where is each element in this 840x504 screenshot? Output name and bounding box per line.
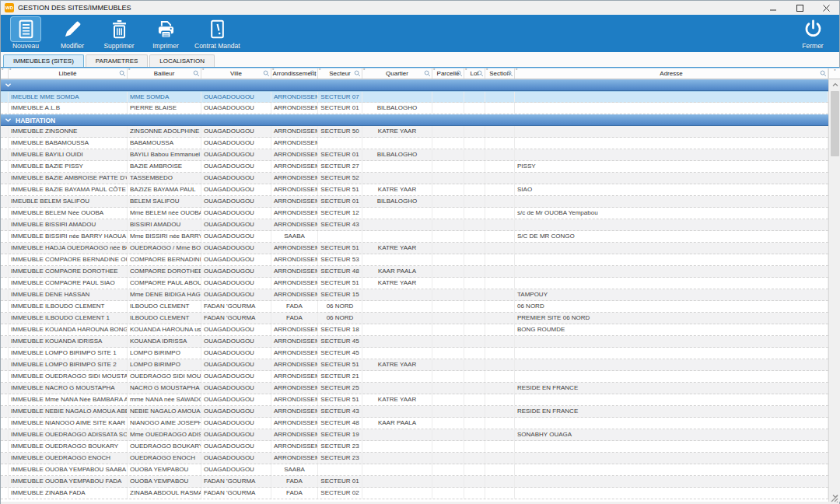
table-cell: BELEM SALIFOU (128, 196, 201, 207)
vertical-scrollbar[interactable]: * (828, 68, 840, 502)
table-row[interactable]: IMMEUBLE ZINSONNEZINSONNE ADOLPHINEOUAGA… (1, 126, 828, 138)
table-row[interactable]: IMMEUBLE KOUANDA IDRISSAKOUANDA IDRISSAO… (1, 336, 828, 348)
chevron-down-icon[interactable] (5, 82, 12, 89)
table-row[interactable]: IMMEUBLE COMPAORE DOROTHEECOMPAORE DOROT… (1, 266, 828, 278)
window-controls (760, 1, 839, 15)
table-cell: OUAGADOUGOU (201, 126, 271, 137)
table-cell (1, 348, 9, 359)
column-header-ville[interactable]: *Ville (201, 68, 271, 79)
table-row[interactable]: IMMEUBLE COMPAORE BERNADINE OUAGA 2000CO… (1, 254, 828, 266)
table-row[interactable]: IMMEUBLE BAZIE BAYAMA PAUL CÔTE DISPATCH… (1, 184, 828, 196)
table-cell (464, 488, 485, 499)
table-row[interactable]: IMMEUBLE A.L.BPIERRE BLAISEOUAGADOUGOUAR… (1, 103, 828, 114)
table-cell: OUAGADOUGOU (201, 208, 271, 219)
table-row[interactable]: IMMEUBLE OUOBA YEMPABOU SAABAOUOBA YEMPA… (1, 464, 828, 476)
table-row[interactable]: IMMEUBLE BAZIE AMBROISE PATTE D'OIETASSE… (1, 173, 828, 184)
table-row[interactable]: IMMEUBLE LOMPO BIRIMPO SITE 2LOMPO BIRIM… (1, 359, 828, 371)
table-row[interactable]: IMMEUBLE OUEDRAOGO ADISSATA SOMGANDEMme … (1, 429, 828, 441)
fermer-button[interactable]: Fermer (793, 16, 833, 51)
table-row[interactable]: IMMEUBLE NACRO G MOUSTAPHANACRO G MOUSTA… (1, 383, 828, 394)
toolbar-button-imprimer[interactable]: Imprimer (145, 16, 186, 51)
filter-icon[interactable] (506, 70, 513, 79)
table-row[interactable]: IMEUBLE BELEM SALIFOUBELEM SALIFOUOUAGAD… (1, 196, 828, 208)
filter-icon[interactable] (119, 70, 126, 79)
buildings-grid: **Libellé*Bailleur*Ville*Arrondissement*… (1, 68, 840, 502)
table-cell: FADAN 'GOURMA (201, 313, 271, 324)
table-row[interactable]: IMMEUBLE ZINABA FADAZINABA ABDOUL RASMAN… (1, 488, 828, 499)
filter-icon[interactable] (456, 70, 463, 79)
column-header-quartier[interactable]: *Quartier (362, 68, 432, 79)
table-cell: SECTEUR 45 (318, 336, 362, 347)
column-header-section[interactable]: *Section (485, 68, 515, 79)
table-row[interactable]: IMMEUBLE OUEDRAOGO ENOCHOUEDRAOGO ENOCHO… (1, 453, 828, 464)
table-row[interactable]: IMMEUBLE ILBOUDO CLEMENTILBOUDO CLEMENTF… (1, 301, 828, 313)
filter-icon[interactable] (820, 70, 827, 79)
scrollbar-thumb[interactable] (831, 91, 839, 156)
table-row[interactable]: IMMEUBLE LOMPO BIRIMPO SITE 1LOMPO BIRIM… (1, 348, 828, 359)
column-header-parcelle[interactable]: *Parcelle (432, 68, 464, 79)
table-cell (485, 406, 515, 417)
table-cell: SECTEUR 43 (318, 406, 362, 417)
column-header-bailleur[interactable]: *Bailleur (128, 68, 201, 79)
table-cell (515, 348, 828, 359)
table-cell (464, 208, 485, 219)
power-icon (798, 17, 828, 41)
table-row[interactable]: IMMEUBLE NEBIE NAGALO AMOUA ABENDOGONEBI… (1, 406, 828, 418)
table-row[interactable]: IMMEUBLE BELEM Née OUOBAMme BELEM née OU… (1, 208, 828, 219)
minimize-button[interactable] (760, 1, 786, 15)
table-cell: SECTEUR 01 (318, 476, 362, 487)
group-row-habitation[interactable]: HABITATION (1, 114, 828, 126)
maximize-button[interactable] (786, 1, 813, 15)
filter-icon[interactable] (354, 70, 361, 79)
tab-parametres[interactable]: PARAMETRES (86, 54, 149, 67)
table-cell: IMMEUBLE COMPAORE BERNADINE OUAGA 2000 (9, 254, 128, 265)
tab-localisation[interactable]: LOCALISATION (149, 54, 215, 67)
table-cell (485, 476, 515, 487)
column-header-secteur[interactable]: *Secteur (318, 68, 362, 79)
table-row[interactable]: IMMEUBLE BAZIE PISSYBAZIE AMBROISEOUAGAD… (1, 161, 828, 173)
table-row[interactable]: IMMEUBLE HADJA OUEDRAOGO née BOARIOUEDRA… (1, 243, 828, 254)
table-row[interactable]: IMMEUBLE COMPAORE PAUL SIAOCOMPAORE PAUL… (1, 278, 828, 289)
table-cell: LOMPO BIRIMPO (128, 348, 201, 359)
close-button[interactable] (813, 1, 839, 15)
table-row[interactable]: IMMEUBLE OUEDRAOGO BOUKARYOUEDRAOGO BOUK… (1, 441, 828, 453)
table-row[interactable]: IMMEUBLE OUEDRAOGO SIDI MOUSTAPHAOUEDRAO… (1, 371, 828, 383)
column-header-gutter[interactable]: * (1, 68, 9, 79)
toolbar-button-nouveau[interactable]: Nouveau (5, 16, 46, 51)
toolbar-button-contrat-mandat[interactable]: Contrat Mandat (192, 16, 243, 51)
filter-icon[interactable] (424, 70, 431, 79)
column-header-adresse[interactable]: *Adresse (515, 68, 828, 79)
toolbar-button-supprimer[interactable]: Supprimer (99, 16, 139, 51)
toolbar-button-modifier[interactable]: Modifier (52, 16, 93, 51)
table-row[interactable]: IMMEUBLE KOUANDA HAROUNA BONG R USAKOUAN… (1, 324, 828, 336)
chevron-down-icon[interactable] (5, 117, 12, 124)
table-cell: FADA (271, 488, 318, 499)
grid-body: IMEUBLE MME SOMDAMME SOMDAOUAGADOUGOUARR… (1, 79, 828, 499)
column-header-libell-[interactable]: *Libellé (9, 68, 128, 79)
table-row[interactable]: IMMEUBLE BABAMOUSSABABAMOUSSAOUAGADOUGOU… (1, 138, 828, 149)
table-row[interactable]: IMMEUBLE BAYILI OUIDIBAYILI Babou Emmanu… (1, 149, 828, 161)
filter-icon[interactable] (263, 70, 270, 79)
filter-icon[interactable] (477, 70, 484, 79)
table-cell: OUAGADOUGOU (201, 324, 271, 335)
table-row[interactable]: IMMEUBLE OUOBA YEMPABOU FADAOUOBA YEMPAB… (1, 476, 828, 488)
column-header-lot[interactable]: *Lot (464, 68, 485, 79)
table-cell (464, 418, 485, 429)
table-cell (362, 92, 432, 102)
table-row[interactable]: IMMEUBLE Mme NANA Née BAMBARA ANGELINAmm… (1, 394, 828, 406)
table-row[interactable]: IMMEUBLE DENE HASSANMme DENE BIDIGA HAGU… (1, 289, 828, 301)
table-row[interactable]: IMMEUBLE BISSIRI née BARRY HAOUAMme BISS… (1, 231, 828, 243)
filter-icon[interactable] (310, 70, 317, 79)
resize-grip[interactable] (828, 492, 838, 502)
table-row[interactable]: IMMEUBLE NIANOGO AIME SITE KAAR PAALANIA… (1, 418, 828, 429)
table-cell: IMMEUBLE OUEDRAOGO ADISSATA SOMGANDE (9, 429, 128, 440)
table-row[interactable]: IMMEUBLE ILBOUDO CLEMENT 1ILBOUDO CLEMEN… (1, 313, 828, 324)
column-header-arrondissement[interactable]: *Arrondissement (271, 68, 318, 79)
table-row[interactable]: IMEUBLE MME SOMDAMME SOMDAOUAGADOUGOUARR… (1, 91, 828, 103)
app-icon: WD (5, 3, 14, 12)
group-row[interactable] (1, 79, 828, 91)
tab-immeubles-sites[interactable]: IMMEUBLES (SITES) (3, 54, 84, 67)
filter-icon[interactable] (193, 70, 200, 79)
table-row[interactable]: IMMEUBLE BISSIRI AMADOUBISSIRI AMADOUOUA… (1, 219, 828, 231)
scroll-up-button[interactable] (829, 79, 840, 90)
